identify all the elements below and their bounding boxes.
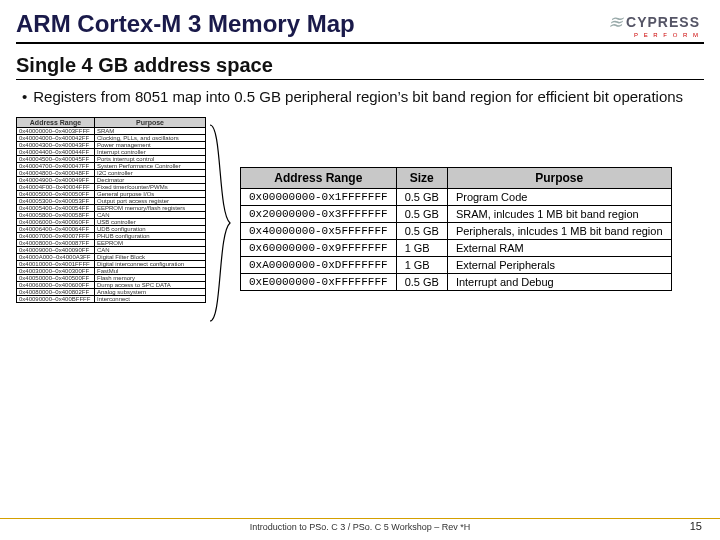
mini-purpose: SRAM <box>95 127 206 134</box>
mini-addr: 0x40005400–0x400054FF <box>17 204 95 211</box>
mini-purpose: Digital Filter Block <box>95 253 206 260</box>
mini-addr: 0x40004F00–0x40004FFF <box>17 183 95 190</box>
mini-addr: 0x40080000–0x400802FF <box>17 288 95 295</box>
brace-icon <box>208 123 236 323</box>
logo-text: CYPRESS <box>626 14 700 30</box>
main-purpose: Peripherals, inlcudes 1 MB bit band regi… <box>447 222 671 239</box>
table-row: 0x40090000–0x400BFFFFInterconnect <box>17 295 206 302</box>
mini-addr: 0x40004900–0x400049FF <box>17 176 95 183</box>
mini-purpose: Decimator <box>95 176 206 183</box>
mini-addr: 0x40010000–0x4001FFFF <box>17 260 95 267</box>
mini-purpose: Power management <box>95 141 206 148</box>
mini-addr: 0x40004400–0x400044FF <box>17 148 95 155</box>
footer-text: Introduction to PSo. C 3 / PSo. C 5 Work… <box>250 522 470 532</box>
footer: Introduction to PSo. C 3 / PSo. C 5 Work… <box>0 518 720 532</box>
main-size: 0.5 GB <box>396 273 447 290</box>
table-row: 0x40030000–0x400300FFFastMul <box>17 267 206 274</box>
mini-addr: 0x40009000–0x400090FF <box>17 246 95 253</box>
mini-addr: 0x40004000–0x400042FF <box>17 134 95 141</box>
mini-col-addr: Address Range <box>17 117 95 127</box>
main-addr: 0x20000000-0x3FFFFFFF <box>241 205 397 222</box>
bullet-item: • Registers from 8051 map into 0.5 GB pe… <box>22 88 690 107</box>
main-purpose: SRAM, inlcudes 1 MB bit band region <box>447 205 671 222</box>
mini-purpose: Digital interconnect configuration <box>95 260 206 267</box>
mini-purpose: Fixed timer/counter/PWMs <box>95 183 206 190</box>
mini-purpose: FastMul <box>95 267 206 274</box>
main-addr: 0xA0000000-0xDFFFFFFF <box>241 256 397 273</box>
table-row: 0x40005800–0x400058FFCAN <box>17 211 206 218</box>
table-row: 0x40004300–0x400043FFPower management <box>17 141 206 148</box>
table-row: 0x00000000-0x1FFFFFFF0.5 GBProgram Code <box>241 188 672 205</box>
table-row: 0x40009000–0x400090FFCAN <box>17 246 206 253</box>
table-row: 0x4000A000–0x4000A3FFDigital Filter Bloc… <box>17 253 206 260</box>
table-row: 0x40005400–0x400054FFEEPROM memory/flash… <box>17 204 206 211</box>
table-row: 0x40007000–0x40007FFFPHUB configuration <box>17 232 206 239</box>
main-size: 0.5 GB <box>396 188 447 205</box>
main-col-size: Size <box>396 167 447 188</box>
mini-addr: 0x40030000–0x400300FF <box>17 267 95 274</box>
mini-purpose: System Performance Controller <box>95 162 206 169</box>
table-row: 0x40006400–0x400064FFUDB configuration <box>17 225 206 232</box>
main-addr: 0x00000000-0x1FFFFFFF <box>241 188 397 205</box>
subheading: Single 4 GB address space <box>16 54 704 80</box>
mini-purpose: Ports interrupt control <box>95 155 206 162</box>
table-row: 0x40080000–0x400802FFAnalog subsystem <box>17 288 206 295</box>
page-number: 15 <box>690 520 702 532</box>
content-area: Address Range Purpose 0x40000000–0x4003F… <box>16 117 704 417</box>
mini-purpose: UDB configuration <box>95 225 206 232</box>
mini-purpose: Interrupt controller <box>95 148 206 155</box>
table-row: 0x40004700–0x400047FFSystem Performance … <box>17 162 206 169</box>
table-row: 0xA0000000-0xDFFFFFFF1 GBExternal Periph… <box>241 256 672 273</box>
mini-addr: 0x40004800–0x400048FF <box>17 169 95 176</box>
mini-purpose: CAN <box>95 211 206 218</box>
mini-addr: 0x40060000–0x400600FF <box>17 281 95 288</box>
mini-addr: 0x40008000–0x400087FF <box>17 239 95 246</box>
table-row: 0x40060000–0x400600FFDump access to SPC … <box>17 281 206 288</box>
table-row: 0x40004800–0x400048FFI2C controller <box>17 169 206 176</box>
mini-addr: 0x40000000–0x4003FFFF <box>17 127 95 134</box>
table-row: 0x20000000-0x3FFFFFFF0.5 GBSRAM, inlcude… <box>241 205 672 222</box>
mini-purpose: Interconnect <box>95 295 206 302</box>
mini-purpose: EEPROM memory/flash registers <box>95 204 206 211</box>
table-row: 0x60000000-0x9FFFFFFF1 GBExternal RAM <box>241 239 672 256</box>
logo-swoosh-icon: ≋ <box>608 11 624 33</box>
bullet-dot-icon: • <box>22 88 27 107</box>
bullet-text: Registers from 8051 map into 0.5 GB peri… <box>33 88 683 107</box>
main-purpose: Program Code <box>447 188 671 205</box>
mini-purpose: Output port access register <box>95 197 206 204</box>
mini-purpose: I2C controller <box>95 169 206 176</box>
mini-addr: 0x40090000–0x400BFFFF <box>17 295 95 302</box>
main-size: 1 GB <box>396 239 447 256</box>
main-size: 0.5 GB <box>396 205 447 222</box>
table-row: 0x40004900–0x400049FFDecimator <box>17 176 206 183</box>
table-row: 0x40000000–0x4003FFFFSRAM <box>17 127 206 134</box>
mini-addr: 0x40005800–0x400058FF <box>17 211 95 218</box>
mini-addr: 0x40005000–0x400050FF <box>17 190 95 197</box>
page-title: ARM Cortex-M 3 Memory Map <box>16 10 355 38</box>
mini-purpose: CAN <box>95 246 206 253</box>
table-row: 0x40004500–0x400045FFPorts interrupt con… <box>17 155 206 162</box>
main-col-purpose: Purpose <box>447 167 671 188</box>
table-row: 0x40010000–0x4001FFFFDigital interconnec… <box>17 260 206 267</box>
main-addr: 0xE0000000-0xFFFFFFFF <box>241 273 397 290</box>
mini-addr: 0x40004300–0x400043FF <box>17 141 95 148</box>
main-purpose: Interrupt and Debug <box>447 273 671 290</box>
mini-purpose: Dump access to SPC DATA <box>95 281 206 288</box>
mini-addr: 0x40005300–0x400053FF <box>17 197 95 204</box>
main-addr: 0x40000000-0x5FFFFFFF <box>241 222 397 239</box>
table-row: 0x40050000–0x400500FFFlash memory <box>17 274 206 281</box>
mini-purpose: General purpose I/Os <box>95 190 206 197</box>
mini-addr: 0x40006400–0x400064FF <box>17 225 95 232</box>
header: ARM Cortex-M 3 Memory Map ≋ CYPRESS P E … <box>0 0 720 42</box>
mini-addr: 0x40004500–0x400045FF <box>17 155 95 162</box>
title-divider <box>16 42 704 44</box>
table-row: 0xE0000000-0xFFFFFFFF0.5 GBInterrupt and… <box>241 273 672 290</box>
mini-addr: 0x40050000–0x400500FF <box>17 274 95 281</box>
mini-purpose: Analog subsystem <box>95 288 206 295</box>
mini-purpose: PHUB configuration <box>95 232 206 239</box>
table-row: 0x40005300–0x400053FFOutput port access … <box>17 197 206 204</box>
main-size: 0.5 GB <box>396 222 447 239</box>
mini-addr: 0x40004700–0x400047FF <box>17 162 95 169</box>
mini-purpose: Clocking, PLLs, and oscillators <box>95 134 206 141</box>
mini-col-purpose: Purpose <box>95 117 206 127</box>
